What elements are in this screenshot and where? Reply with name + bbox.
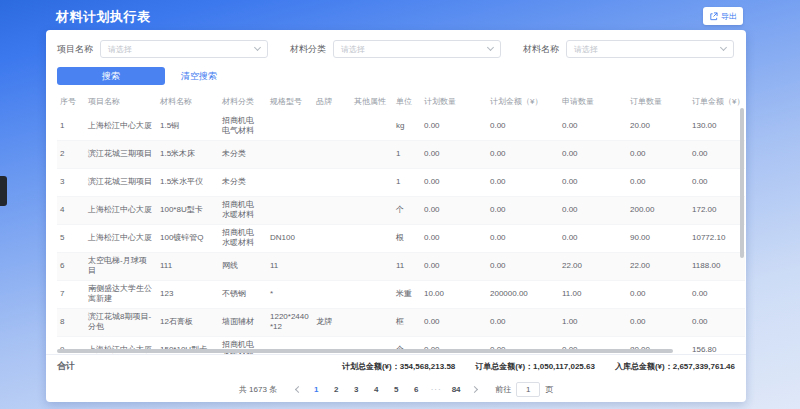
material-category-select[interactable]: 请选择 [333, 40, 501, 58]
search-button[interactable]: 搜索 [57, 67, 165, 85]
chevron-left-icon [295, 386, 302, 393]
table-cell [267, 168, 313, 196]
table-cell [313, 112, 351, 140]
table-cell: 不锈钢 [219, 280, 267, 308]
table-cell [351, 252, 393, 280]
table-cell [351, 112, 393, 140]
table-cell [351, 224, 393, 252]
table-cell [313, 280, 351, 308]
summary-bar: 合计 计划总金额(¥)：354,568,213.58 订单总金额(¥)：1,05… [46, 354, 746, 377]
table-cell: 5 [57, 224, 85, 252]
table-cell [313, 224, 351, 252]
table-cell: 22.00 [559, 252, 627, 280]
table-cell: 南侧盛达大学生公寓新建 [85, 280, 157, 308]
table-cell: 2 [57, 140, 85, 168]
table-cell: 0.00 [487, 140, 559, 168]
table-cell [267, 140, 313, 168]
table-cell: 0.00 [689, 280, 745, 308]
table-cell: 招商机电 水暖材料 [219, 196, 267, 224]
page-number-3[interactable]: 3 [349, 383, 363, 397]
table-row[interactable]: 2滨江花城三期项目1.5米木床未分类10.000.000.000.000.00 [57, 140, 745, 168]
table-cell [351, 280, 393, 308]
planned-total-amount: 计划总金额(¥)：354,568,213.58 [342, 361, 455, 372]
table-row[interactable]: 4上海松江中心大厦100*8U型卡招商机电 水暖材料个0.000.000.002… [57, 196, 745, 224]
table-cell: 0.00 [487, 112, 559, 140]
export-button[interactable]: 导出 [703, 7, 743, 25]
page-number-2[interactable]: 2 [329, 383, 343, 397]
table-cell: 11 [393, 252, 421, 280]
table-cell: * [267, 280, 313, 308]
table-cell: 0.00 [421, 224, 487, 252]
goto-page: 前往 页 [495, 382, 553, 397]
table-cell: 11.00 [559, 280, 627, 308]
select-placeholder: 请选择 [341, 44, 365, 55]
table-cell: 0.00 [689, 308, 745, 336]
export-icon [709, 12, 718, 21]
table-cell: 1.5铜 [157, 112, 219, 140]
project-name-select[interactable]: 请选择 [100, 40, 268, 58]
page-number-4[interactable]: 4 [369, 383, 383, 397]
table-cell: 1.5米水平仪 [157, 168, 219, 196]
next-page-button[interactable] [468, 383, 482, 397]
page-number-1[interactable]: 1 [309, 383, 323, 397]
table-row[interactable]: 1上海松江中心大厦1.5铜招商机电 电气材料kg0.000.000.0020.0… [57, 112, 745, 140]
table-cell: 1220*2440*12 [267, 308, 313, 336]
table-cell: 网线 [219, 252, 267, 280]
material-name-select[interactable]: 请选择 [566, 40, 734, 58]
filter-material-category: 材料分类 请选择 [290, 40, 501, 58]
table-cell: 22.00 [627, 252, 689, 280]
table-cell [313, 140, 351, 168]
export-label: 导出 [721, 11, 737, 22]
table-cell: 4 [57, 196, 85, 224]
horizontal-scrollbar[interactable] [57, 349, 673, 353]
table-row[interactable]: 3滨江花城三期项目1.5米水平仪未分类10.000.000.000.000.00 [57, 168, 745, 196]
column-header: 规格型号 [267, 92, 313, 112]
select-placeholder: 请选择 [108, 44, 132, 55]
table-cell: 0.00 [487, 308, 559, 336]
main-panel: 项目名称 请选择 材料分类 请选择 材料名称 请选择 搜索 清空搜索 [46, 30, 746, 402]
table-cell: 10.00 [421, 280, 487, 308]
page-title: 材料计划执行表 [56, 8, 151, 26]
table-cell: 0.00 [627, 308, 689, 336]
table-cell: 11 [267, 252, 313, 280]
table-cell: 米重 [393, 280, 421, 308]
page-unit-label: 页 [545, 384, 553, 395]
table-cell: 上海松江中心大厦 [85, 196, 157, 224]
column-header: 订单金额（¥） [689, 92, 745, 112]
table-row[interactable]: 7南侧盛达大学生公寓新建123不锈钢*米重10.00200000.0011.00… [57, 280, 745, 308]
filter-label: 项目名称 [57, 43, 93, 56]
table-cell: 滨江花城8期项目-分包 [85, 308, 157, 336]
table-cell [313, 252, 351, 280]
table-cell [351, 168, 393, 196]
vertical-scrollbar[interactable] [740, 108, 744, 258]
prev-page-button[interactable] [290, 383, 304, 397]
table-cell: 框 [393, 308, 421, 336]
page-number-84[interactable]: 84 [449, 383, 463, 397]
table-cell: 100镀锌管Q [157, 224, 219, 252]
table-cell [267, 112, 313, 140]
table-row[interactable]: 5上海松江中心大厦100镀锌管Q招商机电 水暖材料DN100根0.000.000… [57, 224, 745, 252]
table-cell: 1.00 [559, 308, 627, 336]
goto-page-input[interactable] [516, 382, 540, 397]
table-cell: 7 [57, 280, 85, 308]
column-header: 材料名称 [157, 92, 219, 112]
clear-search-link[interactable]: 清空搜索 [181, 70, 217, 83]
table-cell: 1 [57, 112, 85, 140]
column-header: 序号 [57, 92, 85, 112]
order-total-amount: 订单总金额(¥)：1,050,117,025.63 [475, 361, 595, 372]
table-cell: 100*8U型卡 [157, 196, 219, 224]
table-cell: 123 [157, 280, 219, 308]
table-cell: kg [393, 112, 421, 140]
page-number-list: 123456···84 [309, 383, 463, 397]
table-row[interactable]: 8滨江花城8期项目-分包12石膏板墙面辅材1220*2440*12龙牌框0.00… [57, 308, 745, 336]
table-cell [267, 196, 313, 224]
table-cell: 0.00 [487, 168, 559, 196]
table-cell: 未分类 [219, 140, 267, 168]
table-row[interactable]: 6太空电梯-月球项目111网线11110.000.0022.0022.00118… [57, 252, 745, 280]
pagination-total: 共 1673 条 [239, 384, 277, 395]
page-number-6[interactable]: 6 [409, 383, 423, 397]
table-cell: 0.00 [559, 224, 627, 252]
page-number-5[interactable]: 5 [389, 383, 403, 397]
table-cell: 3 [57, 168, 85, 196]
drawer-handle[interactable] [0, 176, 7, 206]
